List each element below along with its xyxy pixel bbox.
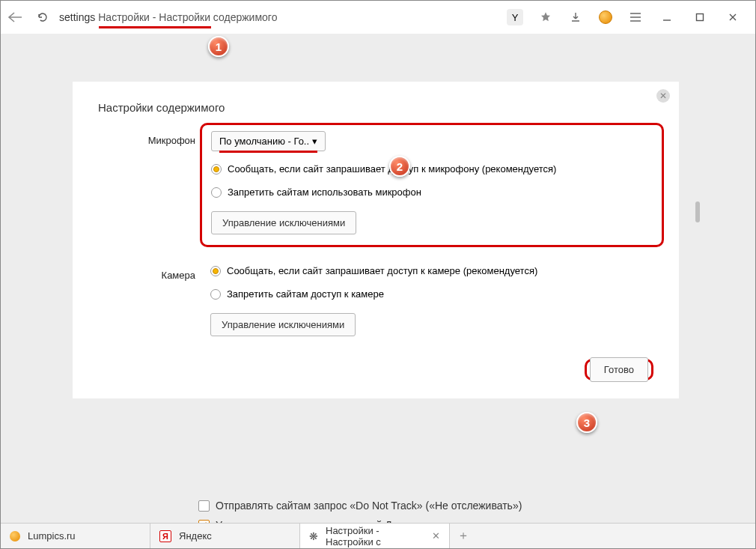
cam-ask-label: Сообщать, если сайт запрашивает доступ к… — [227, 265, 537, 276]
address-prefix: settings — [59, 11, 95, 23]
bookmark-star-icon[interactable] — [531, 8, 561, 26]
microphone-device-value: По умолчанию - Го.. — [219, 136, 309, 147]
cam-block-option[interactable]: Запретить сайтам доступ к камере — [210, 288, 653, 300]
scrollbar-thumb[interactable] — [695, 201, 700, 222]
dialog-title: Настройки содержимого — [98, 101, 653, 114]
microphone-section: Микрофон По умолчанию - Го.. ▾ Сообщать,… — [98, 130, 653, 243]
yandex-logo-icon: Я — [159, 530, 171, 542]
downloads-icon[interactable] — [561, 8, 591, 26]
browser-toolbar: settings Настройки - Настройки содержимо… — [1, 1, 755, 34]
radio-icon[interactable] — [211, 187, 222, 198]
tab-settings[interactable]: ❋ Настройки - Настройки с ✕ — [300, 524, 450, 548]
yandex-badge[interactable]: Y — [507, 9, 523, 25]
annotation-badge-2: 2 — [389, 156, 410, 177]
mic-ask-option[interactable]: Сообщать, если сайт запрашивает доступ к… — [211, 163, 653, 175]
done-button[interactable]: Готово — [590, 357, 648, 382]
extension-icon[interactable] — [591, 8, 621, 26]
annotation-highlight-mic: По умолчанию - Го.. ▾ Сообщать, если сай… — [200, 123, 664, 247]
checkbox-icon[interactable] — [198, 500, 210, 512]
window-maximize-icon[interactable] — [683, 8, 716, 26]
do-not-track-label: Отправлять сайтам запрос «Do Not Track» … — [216, 500, 522, 512]
tab-lumpics[interactable]: Lumpics.ru — [1, 524, 150, 548]
tab-label: Яндекс — [179, 530, 212, 542]
camera-section: Камера Сообщать, если сайт запрашивает д… — [98, 265, 653, 336]
menu-icon[interactable] — [621, 8, 650, 26]
svg-rect-0 — [697, 14, 704, 21]
cam-exceptions-button[interactable]: Управление исключениями — [210, 313, 356, 336]
window-minimize-icon[interactable] — [650, 8, 683, 26]
annotation-underline-dropdown — [219, 151, 317, 153]
address-title: Настройки - Настройки содержимого — [98, 11, 277, 23]
close-icon[interactable]: ✕ — [656, 89, 670, 103]
favicon-icon — [10, 531, 20, 542]
camera-label: Камера — [98, 265, 210, 336]
radio-checked-icon[interactable] — [210, 266, 221, 276]
reload-icon[interactable] — [37, 11, 55, 23]
window-close-icon[interactable] — [716, 8, 749, 26]
mic-block-option[interactable]: Запретить сайтам использовать микрофон — [211, 186, 653, 198]
tab-bar: Lumpics.ru Я Яндекс ❋ Настройки - Настро… — [1, 523, 755, 548]
annotation-badge-3: 3 — [576, 412, 597, 433]
radio-icon[interactable] — [210, 289, 221, 300]
workspace: Отправлять сайтам запрос «Do Not Track» … — [1, 34, 755, 523]
annotation-underline-address — [99, 26, 211, 28]
mic-exceptions-button[interactable]: Управление исключениями — [211, 211, 356, 234]
microphone-label: Микрофон — [98, 130, 210, 243]
annotation-highlight-done: Готово — [585, 359, 653, 380]
tab-yandex[interactable]: Я Яндекс — [150, 524, 300, 548]
back-button[interactable] — [7, 11, 37, 23]
mic-block-label: Запретить сайтам использовать микрофон — [228, 186, 421, 198]
chevron-down-icon: ▾ — [312, 136, 317, 147]
cam-block-label: Запретить сайтам доступ к камере — [227, 288, 384, 300]
address-bar[interactable]: settings Настройки - Настройки содержимо… — [55, 11, 507, 23]
dialog-footer: Готово — [98, 359, 653, 380]
annotation-badge-1: 1 — [208, 36, 229, 57]
new-tab-button[interactable]: ＋ — [450, 524, 477, 548]
tab-close-icon[interactable]: ✕ — [432, 530, 440, 542]
tab-label: Настройки - Настройки с — [326, 525, 424, 548]
gear-icon: ❋ — [309, 530, 318, 542]
do-not-track-row[interactable]: Отправлять сайтам запрос «Do Not Track» … — [198, 500, 573, 512]
content-settings-dialog: ✕ Настройки содержимого Микрофон По умол… — [73, 82, 679, 398]
microphone-device-select[interactable]: По умолчанию - Го.. ▾ — [211, 131, 326, 151]
tab-label: Lumpics.ru — [28, 530, 76, 542]
cam-ask-option[interactable]: Сообщать, если сайт запрашивает доступ к… — [210, 265, 653, 276]
radio-checked-icon[interactable] — [211, 164, 222, 175]
